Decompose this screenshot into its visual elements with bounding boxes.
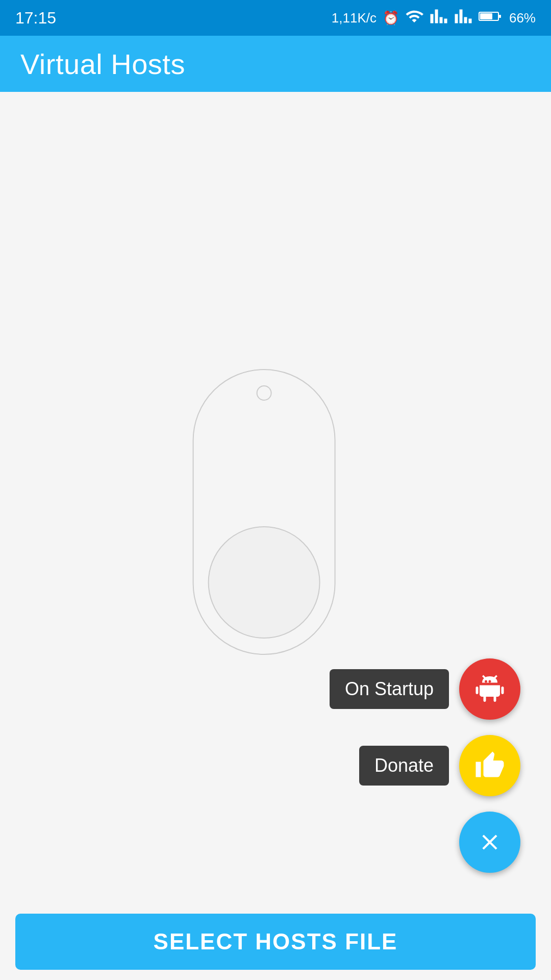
bottom-bar: SELECT HOSTS FILE (0, 903, 551, 980)
app-bar: Virtual Hosts (0, 36, 551, 92)
wifi-icon (405, 7, 423, 29)
fab-donate-item: Donate (359, 735, 520, 796)
status-bar: 17:15 1,11K/c ⏰ (0, 0, 551, 36)
battery-percent: 66% (509, 10, 536, 26)
signal-icon (430, 7, 448, 29)
alarm-icon: ⏰ (383, 10, 399, 26)
select-hosts-button[interactable]: SELECT HOSTS FILE (15, 914, 536, 970)
fab-on-startup-item: On Startup (330, 658, 520, 720)
app-title: Virtual Hosts (20, 47, 185, 81)
svg-rect-1 (499, 15, 501, 18)
status-icons: 1,11K/c ⏰ 66% (332, 7, 536, 29)
signal-icon-2 (454, 7, 472, 29)
svg-rect-2 (480, 13, 492, 19)
status-time: 17:15 (15, 9, 56, 28)
network-speed: 1,11K/c (332, 10, 377, 26)
donate-button[interactable] (459, 735, 520, 796)
battery-icon (479, 7, 503, 29)
fab-container: On Startup Donate (330, 658, 520, 873)
donate-label: Donate (359, 746, 449, 786)
on-startup-label: On Startup (330, 669, 449, 709)
toggle-dot (257, 385, 272, 401)
on-startup-button[interactable] (459, 658, 520, 720)
main-content: On Startup Donate (0, 92, 551, 903)
close-button[interactable] (459, 812, 520, 873)
toggle-circle (208, 526, 320, 639)
toggle-shape (193, 369, 336, 655)
fab-close-item (459, 812, 520, 873)
